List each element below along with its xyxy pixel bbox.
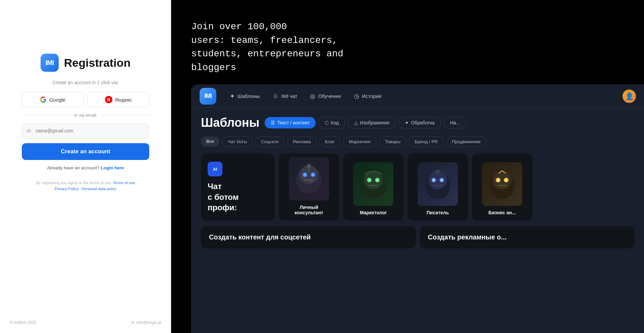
ai-chat-card[interactable]: AI Чатс ботомпрофи:	[201, 154, 275, 221]
svg-point-7	[307, 164, 311, 168]
nav-item-chat[interactable]: ☺ IMI чат	[267, 90, 303, 102]
category-pills: Все Чат боты Соцсети Реклама Блог Маркет…	[201, 136, 635, 147]
filter-code-icon: ⬡	[325, 120, 329, 125]
filter-tab-process[interactable]: ✦ Обработка	[398, 117, 441, 128]
pill-chatbots[interactable]: Чат боты	[222, 136, 253, 147]
section-header: Шаблоны ☰ Текст / контент ⬡ Код △ Изобра…	[201, 116, 635, 130]
mail-icon: ✉	[26, 128, 31, 134]
filter-code-label: Код	[331, 120, 339, 125]
divider-line-right	[101, 115, 149, 115]
nav-chat-label: IMI чат	[281, 93, 298, 99]
terms-text: By registering you agree to the terms of…	[36, 180, 135, 192]
yandex-login-button[interactable]: Я Яндекс	[88, 92, 149, 107]
yandex-icon: Я	[105, 96, 112, 103]
bottom-card-social[interactable]: Создать контент для соцсетей	[201, 226, 416, 248]
yandex-label: Яндекс	[115, 97, 132, 103]
svg-point-13	[368, 179, 371, 181]
right-panel: Join over 100,000users: teams, freelance…	[171, 0, 644, 333]
svg-point-4	[304, 173, 306, 176]
nav-item-templates[interactable]: ✦ Шаблоны	[224, 90, 265, 103]
registration-panel: IMI Registration Create an account in 1 …	[0, 0, 171, 333]
user-avatar[interactable]: 👤	[623, 90, 636, 103]
bot-name-4: Бизнес ан...	[488, 210, 516, 215]
google-login-button[interactable]: Google	[22, 92, 84, 107]
pill-all[interactable]: Все	[201, 136, 219, 147]
svg-point-25	[493, 171, 512, 189]
logo-icon: IMI	[41, 54, 59, 72]
terms-of-use-link[interactable]: Terms of use	[113, 181, 135, 185]
filter-tab-more[interactable]: На...	[444, 117, 467, 128]
nav-item-history[interactable]: ◷ История	[348, 90, 387, 103]
bot-name-3: Писатель	[427, 210, 449, 215]
email-field[interactable]	[22, 123, 149, 138]
create-account-button[interactable]: Create an account	[22, 143, 149, 160]
filter-tabs: ☰ Текст / контент ⬡ Код △ Изображения ✦ …	[265, 117, 466, 128]
pill-blog[interactable]: Блог	[319, 136, 340, 147]
footer-email: ✉ info@imigo.ai	[131, 320, 161, 325]
filter-process-label: Обработка	[411, 120, 435, 125]
pill-products[interactable]: Товары	[379, 136, 406, 147]
pill-social[interactable]: Соцсети	[255, 136, 284, 147]
ai-badge: AI	[208, 162, 222, 176]
svg-point-29	[505, 179, 507, 181]
app-mockup: IMI ✦ Шаблоны ☺ IMI чат ◎ Обучение ◷ Ист…	[191, 85, 644, 333]
login-link[interactable]: Login here	[101, 165, 124, 170]
svg-rect-30	[497, 185, 507, 186]
app-logo-icon: IMI	[200, 88, 216, 105]
social-buttons-row: Google Я Яндекс	[22, 92, 149, 107]
google-label: Google	[49, 97, 65, 103]
bot-name-1: Личныйконсультант	[294, 205, 323, 215]
filter-tab-code[interactable]: ⬡ Код	[318, 117, 345, 128]
nav-templates-label: Шаблоны	[237, 93, 260, 99]
bottom-card-ads[interactable]: Создать рекламные о...	[420, 226, 635, 248]
email-input-wrap: ✉	[22, 123, 149, 138]
bottom-card-social-title: Создать контент для соцсетей	[209, 233, 408, 241]
bot-card-writer[interactable]: Писатель	[408, 154, 468, 221]
nav-items: ✦ Шаблоны ☺ IMI чат ◎ Обучение ◷ История	[224, 90, 620, 103]
svg-point-17	[428, 171, 447, 189]
privacy-policy-link[interactable]: Privacy Policy	[55, 187, 79, 191]
personal-data-link[interactable]: Personal data policy	[82, 187, 117, 191]
svg-point-14	[376, 179, 379, 181]
nav-learning-label: Обучение	[318, 93, 341, 99]
page-footer: © AiMind 2025 ✉ info@imigo.ai	[10, 320, 161, 325]
already-text: Already have an account?	[47, 165, 100, 170]
login-prompt: Already have an account? Login here	[47, 165, 124, 170]
bot-visual-1	[289, 157, 329, 201]
cards-row: AI Чатс ботомпрофи:	[201, 154, 635, 221]
bot-card-marketer[interactable]: Маркетолог	[343, 154, 404, 221]
filter-tab-text[interactable]: ☰ Текст / контент	[265, 117, 316, 128]
filter-tab-images[interactable]: △ Изображения	[348, 117, 396, 128]
filter-images-label: Изображения	[360, 120, 389, 125]
svg-rect-6	[304, 179, 314, 181]
bottom-card-ads-title: Создать рекламные о...	[428, 233, 627, 241]
history-icon: ◷	[354, 93, 359, 100]
divider-line-left	[22, 115, 70, 115]
filter-text-icon: ☰	[271, 120, 275, 125]
pill-brand[interactable]: Бренд / PR	[409, 136, 443, 147]
bot-visual-2	[353, 162, 393, 206]
pill-ads[interactable]: Реклама	[287, 136, 317, 147]
svg-rect-22	[433, 185, 443, 186]
footer-mail-icon: ✉	[131, 320, 135, 325]
terms-prefix: By registering you agree to the terms of…	[36, 181, 112, 185]
pill-marketing[interactable]: Маркетинг	[343, 136, 377, 147]
svg-point-5	[312, 173, 314, 176]
copyright: © AiMind 2025	[10, 320, 36, 325]
footer-email-text: info@imigo.ai	[137, 320, 161, 325]
bot-card-business[interactable]: Бизнес ан...	[472, 154, 532, 221]
svg-point-20	[432, 179, 435, 181]
bot-card-consultant[interactable]: Личныйконсультант	[279, 154, 339, 221]
divider-text: or via email:	[74, 113, 97, 118]
pill-promotion[interactable]: Продвижение	[446, 136, 486, 147]
filter-more-label: На...	[450, 120, 460, 125]
filter-images-icon: △	[354, 120, 358, 125]
bot-visual-3	[418, 162, 458, 206]
app-content: Шаблоны ☰ Текст / контент ⬡ Код △ Изобра…	[192, 108, 644, 257]
logo-area: IMI Registration	[41, 54, 130, 72]
social-login-subtitle: Create an account in 1 click via:	[52, 80, 119, 85]
templates-icon: ✦	[230, 93, 235, 100]
page-title: Registration	[64, 56, 130, 69]
nav-item-learning[interactable]: ◎ Обучение	[305, 90, 346, 103]
filter-text-label: Текст / контент	[277, 120, 310, 125]
